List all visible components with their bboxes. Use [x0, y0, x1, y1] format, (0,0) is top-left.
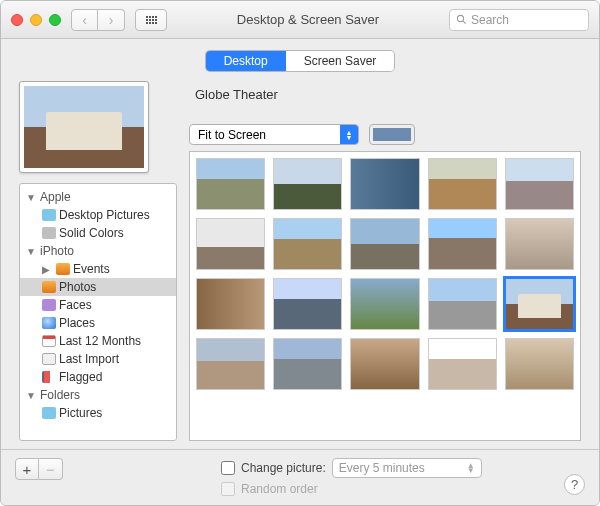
tree-item-faces[interactable]: Faces: [20, 296, 176, 314]
stepper-arrows-icon: ▲▼: [340, 125, 358, 144]
fit-mode-dropdown[interactable]: Fit to Screen ▲▼: [189, 124, 359, 145]
tree-item-last-12-months[interactable]: Last 12 Months: [20, 332, 176, 350]
thumbnail[interactable]: [196, 218, 265, 270]
disclosure-icon: ▼: [26, 192, 37, 203]
interval-dropdown[interactable]: Every 5 minutes ▲▼: [332, 458, 482, 478]
flag-icon: [42, 371, 56, 383]
fit-controls: Fit to Screen ▲▼: [189, 124, 581, 145]
tree-group-iphoto[interactable]: ▼iPhoto: [20, 242, 176, 260]
thumbnail[interactable]: [505, 158, 574, 210]
forward-button[interactable]: ›: [98, 9, 125, 31]
fit-mode-value: Fit to Screen: [198, 128, 266, 142]
disclosure-icon: ▼: [26, 390, 37, 401]
tree-item-events[interactable]: ▶Events: [20, 260, 176, 278]
back-button[interactable]: ‹: [71, 9, 98, 31]
help-button[interactable]: ?: [564, 474, 585, 495]
thumbnail[interactable]: [350, 158, 419, 210]
thumbnail[interactable]: [273, 158, 342, 210]
search-icon: [456, 14, 467, 25]
right-column: Globe Theater Fit to Screen ▲▼: [189, 81, 581, 441]
source-tree: ▼Apple Desktop Pictures Solid Colors ▼iP…: [19, 183, 177, 441]
interval-value: Every 5 minutes: [339, 461, 425, 475]
thumbnail[interactable]: [350, 218, 419, 270]
thumbnail[interactable]: [273, 218, 342, 270]
folder-icon: [42, 209, 56, 221]
thumbnail-selected[interactable]: [505, 278, 574, 330]
tree-item-places[interactable]: Places: [20, 314, 176, 332]
change-picture-row: Change picture: Every 5 minutes ▲▼: [221, 458, 482, 478]
tree-item-last-import[interactable]: Last Import: [20, 350, 176, 368]
thumbnail[interactable]: [428, 218, 497, 270]
tree-group-apple[interactable]: ▼Apple: [20, 188, 176, 206]
thumbnail[interactable]: [196, 158, 265, 210]
current-preview: [19, 81, 149, 173]
thumbnail[interactable]: [196, 338, 265, 390]
tab-desktop[interactable]: Desktop: [206, 51, 286, 71]
thumbnail[interactable]: [428, 278, 497, 330]
events-icon: [56, 263, 70, 275]
faces-icon: [42, 299, 56, 311]
thumbnail[interactable]: [350, 278, 419, 330]
footer-options: Change picture: Every 5 minutes ▲▼ Rando…: [221, 458, 482, 496]
random-order-row: Random order: [221, 482, 482, 496]
change-picture-label: Change picture:: [241, 461, 326, 475]
titlebar: ‹ › Desktop & Screen Saver Search: [1, 1, 599, 39]
thumbnail[interactable]: [428, 338, 497, 390]
tree-item-solid-colors[interactable]: Solid Colors: [20, 224, 176, 242]
prefs-window: ‹ › Desktop & Screen Saver Search Deskto…: [0, 0, 600, 506]
change-picture-checkbox[interactable]: [221, 461, 235, 475]
tree-item-desktop-pictures[interactable]: Desktop Pictures: [20, 206, 176, 224]
add-remove-buttons: + −: [15, 458, 63, 480]
footer: + − Change picture: Every 5 minutes ▲▼ R…: [1, 449, 599, 505]
thumbnail[interactable]: [505, 338, 574, 390]
disclosure-icon: ▼: [26, 246, 37, 257]
thumbnail[interactable]: [196, 278, 265, 330]
tree-item-pictures[interactable]: Pictures: [20, 404, 176, 422]
window-title: Desktop & Screen Saver: [177, 12, 439, 27]
thumbnail-grid: [189, 151, 581, 441]
zoom-icon[interactable]: [49, 14, 61, 26]
tree-item-flagged[interactable]: Flagged: [20, 368, 176, 386]
thumbnail[interactable]: [428, 158, 497, 210]
left-column: ▼Apple Desktop Pictures Solid Colors ▼iP…: [19, 81, 177, 441]
random-order-label: Random order: [241, 482, 318, 496]
disclosure-icon: ▶: [42, 264, 53, 275]
thumbnail[interactable]: [273, 278, 342, 330]
body: ▼Apple Desktop Pictures Solid Colors ▼iP…: [1, 81, 599, 441]
tree-group-folders[interactable]: ▼Folders: [20, 386, 176, 404]
import-icon: [42, 353, 56, 365]
add-folder-button[interactable]: +: [15, 458, 39, 480]
minimize-icon[interactable]: [30, 14, 42, 26]
nav-buttons: ‹ ›: [71, 9, 125, 31]
background-color-swatch[interactable]: [369, 124, 415, 145]
remove-folder-button[interactable]: −: [39, 458, 63, 480]
search-placeholder: Search: [471, 13, 509, 27]
segmented-control: Desktop Screen Saver: [206, 51, 395, 71]
current-image-name: Globe Theater: [189, 81, 581, 124]
svg-point-0: [457, 15, 463, 21]
random-order-checkbox[interactable]: [221, 482, 235, 496]
thumbnail[interactable]: [273, 338, 342, 390]
swatch-icon: [42, 227, 56, 239]
tab-screensaver[interactable]: Screen Saver: [286, 51, 395, 71]
thumbnail[interactable]: [505, 218, 574, 270]
folder-icon: [42, 407, 56, 419]
stepper-arrows-icon: ▲▼: [467, 463, 475, 473]
traffic-lights: [11, 14, 61, 26]
calendar-icon: [42, 335, 56, 347]
thumbnail[interactable]: [350, 338, 419, 390]
show-all-button[interactable]: [135, 9, 167, 31]
svg-line-1: [463, 21, 466, 24]
tab-bar: Desktop Screen Saver: [1, 39, 599, 81]
search-input[interactable]: Search: [449, 9, 589, 31]
close-icon[interactable]: [11, 14, 23, 26]
globe-icon: [42, 317, 56, 329]
photos-icon: [42, 281, 56, 293]
tree-item-photos[interactable]: Photos: [20, 278, 176, 296]
